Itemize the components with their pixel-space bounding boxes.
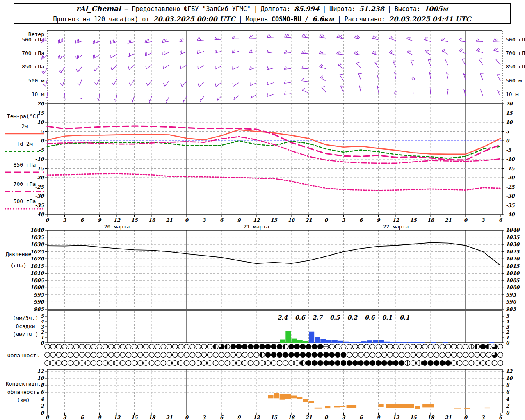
- wind-barb-shaft: [442, 51, 448, 54]
- cloud-cover-icon: [225, 361, 230, 366]
- wind-level-label-right: 500 гПа: [506, 37, 525, 43]
- precip-bar-snow: [303, 341, 308, 343]
- wind-barb-feather: [249, 35, 251, 38]
- wind-barb-shaft: [267, 68, 274, 70]
- cloud-cover-icon: [45, 361, 50, 366]
- cloud-cover-icon: [486, 361, 491, 366]
- wind-barb-feather: [493, 39, 495, 41]
- hour-tick-label: 3: [342, 415, 346, 420]
- cloud-cover-icon: [434, 361, 439, 366]
- wind-barb-halffeather: [464, 74, 466, 75]
- cloud-cover-icon: [85, 352, 91, 358]
- cloud-cover-icon: [405, 352, 410, 358]
- wind-barb-shaft: [284, 52, 291, 53]
- wind-barb-feather: [146, 39, 147, 43]
- cloud-cover-icon: [178, 344, 184, 349]
- wind-barb-halffeather: [61, 70, 62, 72]
- wind-barb-feather: [146, 83, 148, 86]
- wind-barb-halffeather: [80, 40, 80, 42]
- cloud-cover-icon: [300, 352, 306, 358]
- cloud-cover-icon: [91, 352, 96, 358]
- wind-barb-shaft: [180, 41, 187, 41]
- precip-bar-rain: [384, 342, 390, 343]
- hour-tick-label: 21: [305, 217, 312, 223]
- wind-barb-feather: [181, 50, 182, 54]
- wind-barb-shaft: [441, 40, 448, 42]
- wind-barb-shaft: [496, 59, 500, 65]
- hour-tick-label: 9: [237, 415, 241, 420]
- cloud-cover-icon: [219, 361, 224, 366]
- cloud-cover-icon: [353, 361, 358, 366]
- hour-tick-label: 3: [63, 415, 67, 420]
- wind-barb-shaft: [250, 83, 256, 86]
- legend-label: 850 гПа: [14, 162, 36, 168]
- wind-barb-feather: [268, 50, 269, 53]
- ytick-label-right: 985: [506, 306, 516, 312]
- cloud-cover-icon: [358, 361, 364, 366]
- hour-tick-label: 9: [98, 415, 102, 420]
- cloud-cover-icon: [440, 344, 445, 349]
- hour-tick-label: 18: [288, 217, 295, 223]
- cloud-cover-icon: [68, 361, 73, 366]
- cloud-cover-icon: [213, 352, 219, 358]
- wind-barb-feather: [302, 78, 304, 81]
- wind-barb-feather: [112, 82, 114, 85]
- wind-barb-shaft: [249, 38, 256, 39]
- cloud-cover-icon: [236, 344, 242, 349]
- hour-tick-label: 0: [185, 415, 189, 420]
- convective-cloud-bar: [309, 401, 314, 403]
- cloud-cover-icon: [103, 352, 108, 358]
- wind-barb-shaft: [389, 53, 396, 55]
- wind-barb-feather: [232, 50, 233, 53]
- ytick-label-left: 6: [41, 389, 45, 395]
- cloud-cover-icon: [201, 344, 207, 349]
- cloud-cover-icon: [294, 344, 300, 349]
- cloud-cover-icon: [219, 352, 224, 358]
- ytick-label-left: -25: [35, 184, 44, 190]
- cloud-cover-icon: [347, 344, 352, 349]
- cloud-cover-icon: [324, 361, 329, 366]
- hour-tick-label: 15: [131, 415, 138, 420]
- convective-title-2: облачность: [7, 389, 39, 395]
- cloud-cover-icon: [114, 344, 120, 349]
- convective-cloud-bar: [464, 408, 470, 409]
- ytick-label-right: 0: [506, 138, 510, 144]
- ytick-label-right: 1000: [506, 285, 520, 290]
- wind-barb-feather: [319, 51, 321, 54]
- cloud-cover-icon: [353, 352, 358, 358]
- cloud-cover-icon: [381, 352, 387, 358]
- ytick-label-left: 2: [41, 329, 45, 335]
- wind-barb-halffeather: [148, 100, 150, 101]
- cloud-cover-icon: [132, 344, 137, 349]
- wind-level-label-left: 850 гПа: [22, 64, 44, 70]
- precip-3h-sum: 0.5: [330, 314, 340, 321]
- cloud-cover-icon: [411, 344, 416, 349]
- wind-barb-shaft: [149, 96, 152, 103]
- cloud-cover-icon: [161, 361, 166, 366]
- pressure-panel: 1040104010351035103010301025102510201020…: [6, 227, 520, 312]
- wind-barb-feather: [93, 55, 94, 59]
- wind-barb-halffeather: [251, 67, 251, 69]
- precip-bar-rain: [344, 342, 349, 343]
- precip-bar-snow: [285, 331, 291, 343]
- cloud-cover-icon: [289, 361, 294, 366]
- precip-bar-rain: [419, 342, 425, 343]
- cloud-cover-icon: [422, 344, 428, 349]
- cloud-cover-icon: [306, 352, 311, 358]
- ytick-label-left: 4: [41, 319, 44, 324]
- wind-barb-feather: [251, 35, 253, 38]
- wind-barb-shaft: [110, 42, 117, 43]
- wind-barb-feather: [322, 87, 325, 87]
- cloud-cover-icon: [126, 344, 131, 349]
- precip-bar-rain: [367, 340, 372, 343]
- cloud-cover-icon: [445, 352, 451, 358]
- wind-barb-shaft: [232, 51, 239, 53]
- precip-bar-rain: [309, 332, 314, 343]
- date-label: 21 марта: [244, 224, 269, 230]
- wind-barb-feather: [181, 39, 183, 42]
- wind-level-row: 850 гПа850 гПа: [22, 59, 525, 74]
- cloud-cover-icon: [242, 361, 247, 366]
- wind-barb-feather: [94, 68, 95, 71]
- hour-tick-label: 0: [185, 217, 189, 223]
- wind-barb-shaft: [129, 65, 135, 69]
